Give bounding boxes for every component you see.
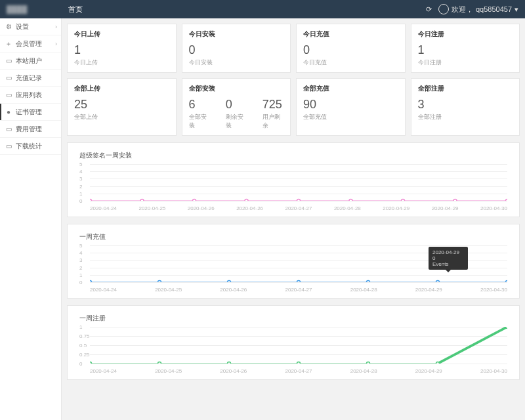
username: qq5850457 — [476, 5, 512, 13]
x-tick: 2020-04-29 — [383, 205, 410, 211]
stat-card: 全部充值90全部充值 — [296, 78, 406, 136]
y-tick: 0.5 — [79, 343, 87, 348]
y-tick: 5 — [79, 243, 82, 249]
card-title: 全部充值 — [303, 84, 398, 93]
svg-point-18 — [228, 362, 231, 364]
sidebar-label: 费用管理 — [16, 125, 42, 134]
sidebar-label: 本站用户 — [16, 56, 42, 66]
card-title: 今日安装 — [189, 30, 284, 39]
svg-point-7 — [453, 200, 457, 201]
svg-point-8 — [506, 200, 508, 201]
chart-tooltip: 2020-04-290Events — [429, 247, 468, 270]
sidebar-label: 会员管理 — [16, 39, 42, 49]
sidebar-item-2[interactable]: ▭本站用户 — [0, 52, 61, 70]
y-tick: 3 — [79, 176, 82, 182]
user-menu[interactable]: 欢迎，qq5850457 ▾ — [438, 4, 518, 14]
y-tick: 1 — [79, 190, 82, 196]
stat-cards-total: 全部上传25全部上传全部安装6全部安装0剩余安装725用户剩余全部充值90全部充… — [67, 78, 520, 136]
chart-title: 一周注册 — [79, 314, 507, 323]
y-tick: 1 — [79, 324, 82, 330]
x-tick: 2020-04-30 — [480, 368, 507, 374]
card-value: 725 — [262, 98, 284, 110]
sidebar-item-0[interactable]: ⚙设置› — [0, 18, 61, 35]
y-tick: 4 — [79, 169, 82, 175]
y-tick: 5 — [79, 161, 82, 167]
sidebar-item-5[interactable]: ●证书管理 — [0, 104, 61, 121]
x-tick: 2020-04-29 — [415, 368, 442, 374]
y-tick: 2 — [79, 264, 82, 270]
sidebar-item-3[interactable]: ▭充值记录 — [0, 70, 61, 87]
card-value: 1 — [74, 44, 169, 56]
stat-card: 今日安装0今日安装 — [182, 24, 291, 73]
card-sublabel: 全部上传 — [74, 113, 98, 121]
x-tick: 2020-04-24 — [90, 287, 117, 293]
svg-point-5 — [349, 200, 352, 201]
x-tick: 2020-04-28 — [350, 287, 377, 293]
card-sublabel: 全部充值 — [303, 113, 327, 121]
sidebar: ⚙设置›＋会员管理›▭本站用户▭充值记录▭应用列表●证书管理▭费用管理▭下载统计 — [0, 18, 62, 420]
x-tick: 2020-04-25 — [138, 205, 165, 211]
sidebar-label: 设置 — [16, 22, 29, 32]
card-value: 90 — [303, 98, 327, 110]
svg-point-0 — [90, 200, 92, 201]
card-title: 全部安装 — [189, 84, 284, 93]
chart-panel: 一周注册 10.750.50.250 2020-04-242020-04-252… — [67, 305, 520, 380]
card-value: 0 — [226, 98, 247, 110]
x-tick: 2020-04-30 — [480, 287, 507, 293]
chart-title: 一周充值 — [79, 232, 507, 242]
chevron-right-icon: › — [55, 24, 57, 30]
user-avatar-icon — [438, 4, 449, 14]
svg-point-1 — [140, 200, 144, 201]
stat-card: 今日注册1今日注册 — [411, 24, 520, 73]
x-tick: 2020-04-28 — [334, 205, 361, 211]
x-tick: 2020-04-30 — [480, 205, 507, 211]
x-tick: 2020-04-28 — [350, 368, 377, 374]
card-title: 全部注册 — [418, 84, 513, 93]
card-title: 全部上传 — [74, 84, 169, 93]
svg-point-9 — [90, 281, 92, 283]
x-tick: 2020-04-26 — [236, 205, 263, 211]
y-tick: 0.25 — [79, 352, 90, 358]
stat-cards-today: 今日上传1今日上传今日安装0今日安装今日充值0今日充值今日注册1今日注册 — [67, 24, 520, 73]
x-tick: 2020-04-29 — [415, 287, 442, 293]
x-tick: 2020-04-27 — [285, 368, 312, 374]
card-sublabel: 全部安装 — [189, 113, 210, 130]
sidebar-item-7[interactable]: ▭下载统计 — [0, 138, 61, 155]
x-tick: 2020-04-26 — [220, 368, 247, 374]
card-value: 0 — [189, 44, 284, 56]
card-sublabel: 用户剩余 — [262, 113, 284, 130]
welcome-text: 欢迎， — [452, 5, 473, 14]
chart-panel: 一周充值 543210 2020-04-290Events 2020-04-24… — [67, 224, 520, 299]
sidebar-icon: ＋ — [4, 39, 13, 49]
svg-point-14 — [436, 281, 440, 283]
card-value: 25 — [74, 98, 98, 110]
chart-plot — [90, 164, 507, 201]
x-tick: 2020-04-29 — [432, 205, 459, 211]
sidebar-label: 下载统计 — [16, 142, 42, 151]
svg-point-17 — [158, 362, 161, 364]
chevron-right-icon: › — [55, 41, 57, 47]
x-tick: 2020-04-26 — [188, 205, 215, 211]
y-tick: 2 — [79, 183, 82, 189]
stat-card: 全部注册3全部注册 — [411, 78, 520, 136]
card-sublabel: 今日充值 — [303, 58, 398, 67]
card-title: 今日上传 — [74, 30, 169, 39]
sidebar-item-4[interactable]: ▭应用列表 — [0, 87, 61, 104]
y-tick: 0.75 — [79, 333, 90, 339]
refresh-icon[interactable]: ⟳ — [426, 5, 432, 14]
card-title: 今日充值 — [303, 30, 398, 39]
card-title: 今日注册 — [418, 30, 513, 39]
nav-home[interactable]: 首页 — [59, 5, 92, 14]
card-sublabel: 今日注册 — [418, 58, 513, 67]
sidebar-icon: ▭ — [4, 74, 13, 81]
sidebar-icon: ▭ — [4, 125, 13, 133]
sidebar-item-1[interactable]: ＋会员管理› — [0, 35, 61, 52]
y-tick: 3 — [79, 257, 82, 263]
brand-logo: ████ — [7, 5, 59, 13]
main-content: 今日上传1今日上传今日安装0今日安装今日充值0今日充值今日注册1今日注册 全部上… — [62, 18, 525, 420]
sidebar-icon: ⚙ — [4, 23, 13, 30]
svg-point-22 — [506, 327, 508, 329]
svg-point-10 — [158, 281, 161, 283]
svg-point-13 — [367, 281, 370, 283]
sidebar-item-6[interactable]: ▭费用管理 — [0, 121, 61, 138]
